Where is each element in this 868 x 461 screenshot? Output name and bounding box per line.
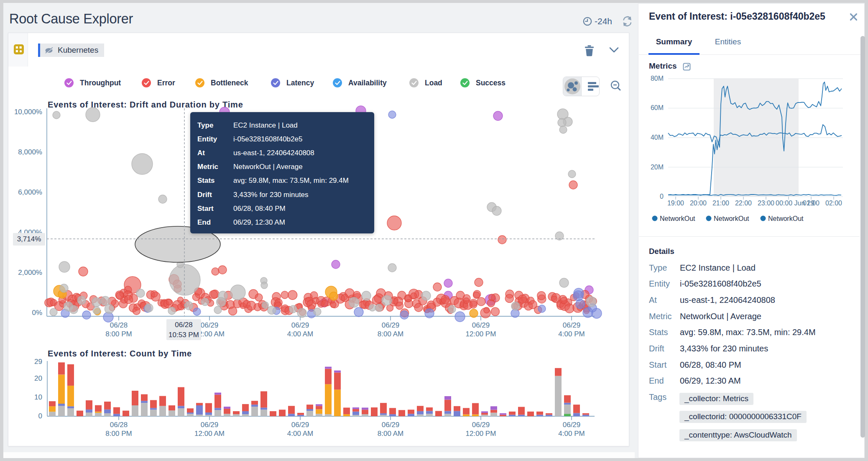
svg-text:-24h: -24h (595, 16, 612, 26)
